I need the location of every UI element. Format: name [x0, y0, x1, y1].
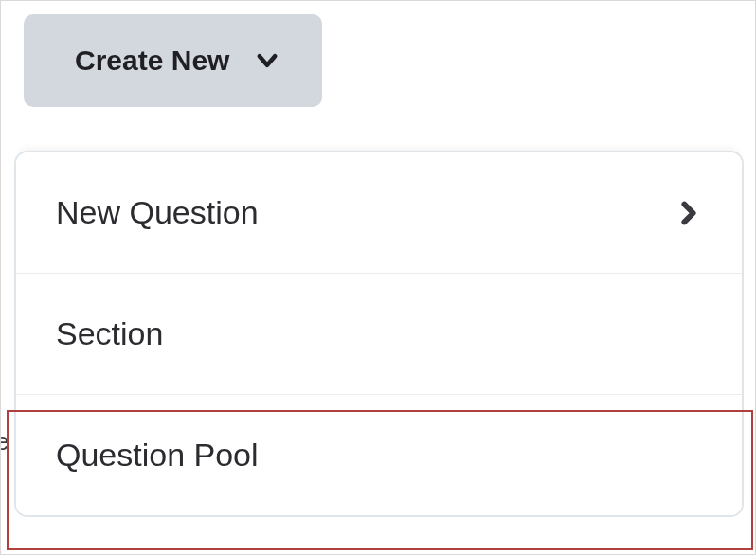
create-new-dropdown: New Question Section Question Pool: [14, 151, 744, 517]
chevron-right-icon: [675, 200, 702, 226]
chevron-down-icon: [254, 47, 280, 74]
menu-item-section[interactable]: Section: [16, 274, 742, 395]
menu-item-new-question[interactable]: New Question: [16, 152, 742, 274]
menu-item-question-pool[interactable]: Question Pool: [16, 395, 742, 515]
create-new-button[interactable]: Create New: [24, 14, 322, 107]
menu-item-label: Section: [56, 315, 163, 352]
menu-item-label: New Question: [56, 194, 259, 231]
create-new-label: Create New: [75, 45, 229, 77]
background-text-fragment: e: [0, 427, 9, 457]
menu-item-label: Question Pool: [56, 437, 259, 474]
